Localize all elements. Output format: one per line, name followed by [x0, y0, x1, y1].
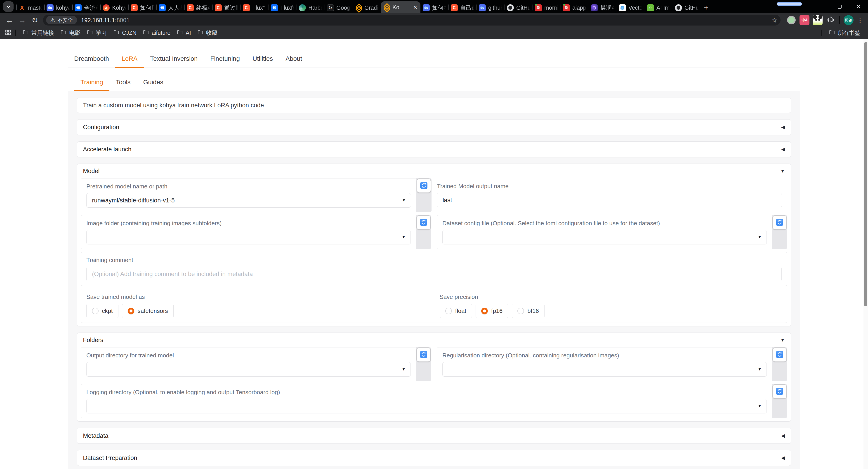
main-tab[interactable]: Finetuning: [204, 52, 246, 68]
output-dir-label: Output directory for trained model: [86, 352, 411, 359]
radio-option[interactable]: safetensors: [122, 304, 174, 318]
scrollbar-thumb[interactable]: [864, 42, 867, 306]
main-tab[interactable]: Utilities: [246, 52, 279, 68]
chevron-down-icon: ▼: [758, 404, 762, 408]
refresh-output-dir-button[interactable]: [416, 347, 431, 362]
browser-tab[interactable]: C 自己调 ×: [448, 2, 476, 13]
accordion-accelerate-launch[interactable]: Accelerate launch ◀: [77, 141, 791, 157]
button-column: [416, 178, 431, 212]
browser-tab[interactable]: 知 Flux的 ×: [269, 2, 297, 13]
close-button[interactable]: ✕: [849, 0, 868, 13]
tab-group-indicator[interactable]: [777, 2, 802, 6]
accordion-label: Configuration: [83, 124, 119, 131]
browser-tab[interactable]: GitHu ×: [673, 2, 701, 13]
back-button[interactable]: ←: [3, 14, 16, 27]
browser-tab[interactable]: C 终极A ×: [184, 2, 213, 13]
bookmark-folder[interactable]: CJZN: [113, 29, 136, 37]
bookmark-folder[interactable]: aifuture: [143, 29, 170, 37]
radio-label: safetensors: [138, 307, 168, 314]
forward-button[interactable]: →: [16, 14, 29, 27]
maximize-button[interactable]: [830, 0, 849, 13]
browser-tab[interactable]: C 通过fl ×: [213, 2, 241, 13]
pretrained-model-dropdown[interactable]: runwayml/stable-diffusion-v1-5 ▼: [86, 193, 411, 208]
extensions-puzzle-button[interactable]: [826, 15, 836, 25]
browser-menu-button[interactable]: ⋮: [857, 16, 864, 24]
output-name-input[interactable]: [437, 193, 782, 207]
refresh-dataset-config-button[interactable]: [772, 215, 787, 230]
output-dir-dropdown[interactable]: ▼: [86, 362, 411, 377]
training-comment-input[interactable]: [86, 267, 782, 281]
tab-favicon: ◇: [647, 4, 654, 11]
sub-tab[interactable]: Tools: [110, 75, 137, 91]
profile-avatar[interactable]: 勇钢: [844, 15, 854, 25]
save-model-as-label: Save trained model as: [86, 294, 429, 300]
browser-tab[interactable]: du github ×: [476, 2, 504, 13]
accordion-metadata[interactable]: Metadata ◀: [77, 428, 791, 444]
accordion-dataset-preparation[interactable]: Dataset Preparation ◀: [77, 450, 791, 466]
all-bookmarks-label: 所有书签: [838, 29, 860, 37]
sub-tab[interactable]: Training: [74, 75, 110, 91]
minimize-button[interactable]: –: [811, 0, 830, 13]
logging-dir-dropdown[interactable]: ▼: [86, 399, 767, 413]
browser-tab[interactable]: 火 Kohya ×: [100, 2, 128, 13]
browser-tab[interactable]: 知 全流程 ×: [72, 2, 100, 13]
dataset-config-dropdown[interactable]: ▼: [442, 230, 767, 244]
accordion-configuration[interactable]: Configuration ◀: [77, 119, 791, 135]
radio-option[interactable]: ckpt: [86, 304, 119, 318]
main-tab[interactable]: Dreambooth: [68, 52, 115, 68]
translate-extension-icon[interactable]: 中A: [800, 15, 809, 25]
bookmark-folder[interactable]: AI: [177, 29, 191, 37]
accordion-model[interactable]: Model ▼: [81, 164, 787, 178]
refresh-logging-dir-button[interactable]: [772, 384, 787, 399]
browser-tab[interactable]: Vecto ×: [617, 2, 645, 13]
security-badge[interactable]: ⚠ 不安全: [46, 16, 77, 24]
dataset-config-label: Dataset config file (Optional. Select th…: [442, 220, 767, 227]
refresh-regularisation-dir-button[interactable]: [772, 347, 787, 362]
browser-tab[interactable]: C Flux" ×: [241, 2, 269, 13]
panda-extension-icon[interactable]: [813, 15, 823, 25]
bookmark-folder[interactable]: 电影: [60, 29, 81, 37]
browser-tab[interactable]: GitHu ×: [504, 2, 532, 13]
apps-grid-icon[interactable]: [4, 29, 11, 37]
extension-icon-green[interactable]: [786, 15, 796, 25]
bookmark-folder[interactable]: 学习: [87, 29, 107, 37]
new-tab-button[interactable]: +: [704, 4, 708, 11]
browser-tab[interactable]: 知 人人都 ×: [156, 2, 184, 13]
radio-option[interactable]: float: [440, 304, 472, 318]
main-tab[interactable]: Textual Inversion: [144, 52, 204, 68]
browser-tab[interactable]: Harbo ×: [297, 2, 324, 13]
accordion-folders[interactable]: Folders ▼: [81, 333, 787, 347]
tab-search-button[interactable]: [3, 1, 13, 12]
browser-tab[interactable]: du kohya ×: [44, 2, 72, 13]
browser-tab[interactable]: Ko ×: [381, 1, 421, 13]
refresh-pretrained-button[interactable]: [416, 178, 431, 193]
image-folder-dropdown[interactable]: ▼: [86, 230, 411, 244]
bookmark-star-icon[interactable]: ☆: [771, 16, 777, 24]
reload-button[interactable]: ↻: [29, 14, 41, 27]
main-tab[interactable]: LoRA: [115, 52, 144, 68]
address-bar[interactable]: ⚠ 不安全 192.168.11.1:8001 ☆: [43, 15, 780, 26]
browser-tab[interactable]: 晨润A ×: [589, 2, 617, 13]
browser-tab[interactable]: C 如何用 ×: [128, 2, 156, 13]
refresh-image-folder-button[interactable]: [416, 215, 431, 230]
folder-icon: [197, 29, 204, 37]
radio-label: fp16: [491, 307, 503, 314]
bookmark-folder[interactable]: 收藏: [197, 29, 217, 37]
browser-tab[interactable]: ◇ AI Ima ×: [645, 2, 673, 13]
folder-icon: [113, 29, 119, 37]
browser-tab[interactable]: ↻ Googl ×: [324, 2, 352, 13]
regularisation-dir-dropdown[interactable]: ▼: [442, 362, 767, 377]
main-tab[interactable]: About: [279, 52, 308, 68]
browser-tab[interactable]: G morni ×: [532, 2, 561, 13]
browser-tab[interactable]: du 如何在 ×: [421, 2, 448, 13]
browser-tab[interactable]: Gradio ×: [352, 2, 381, 13]
bookmark-folder[interactable]: 常用链接: [23, 29, 54, 37]
sub-tab[interactable]: Guides: [137, 75, 170, 91]
browser-tab[interactable]: G aiapp ×: [561, 2, 589, 13]
tab-close-icon[interactable]: ×: [412, 4, 418, 11]
url-text[interactable]: 192.168.11.1:8001: [81, 17, 769, 24]
radio-option[interactable]: fp16: [475, 304, 508, 318]
browser-tab[interactable]: X maste ×: [16, 2, 44, 13]
radio-option[interactable]: bf16: [512, 304, 545, 318]
all-bookmarks-button[interactable]: 所有书签: [829, 29, 860, 37]
